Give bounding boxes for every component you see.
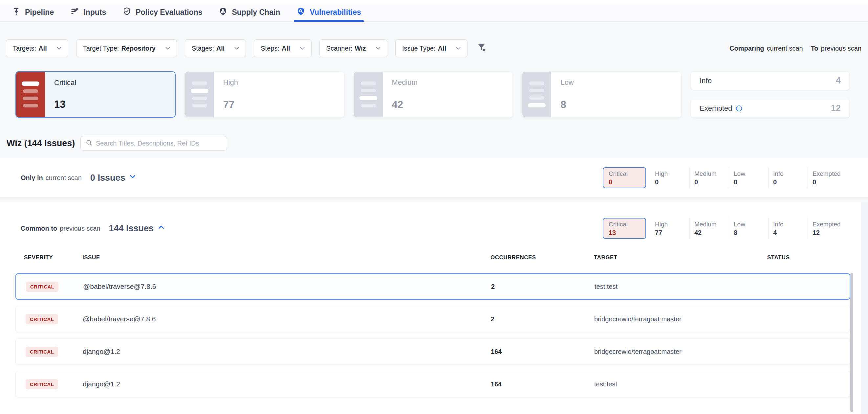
chip-critical[interactable]: Critical 13: [603, 218, 646, 239]
severity-card-info[interactable]: Info 4: [691, 71, 849, 90]
issue-cell: @babel/traverse@7.8.6: [83, 283, 491, 291]
common-section-line: Common to previous scan 144 Issues: [21, 223, 165, 234]
chip-label: High: [655, 221, 689, 228]
occurrences-cell: 2: [491, 283, 594, 291]
severity-card-medium[interactable]: Medium 42: [353, 71, 513, 118]
chip-low[interactable]: Low 8: [729, 218, 769, 239]
tab-supply-chain[interactable]: Supply Chain: [219, 3, 280, 21]
filter-label: Issue Type:: [402, 45, 436, 52]
issue-cell: @babel/traverse@7.8.6: [83, 315, 491, 323]
occurrences-cell: 2: [491, 316, 594, 323]
chevron-down-icon: [56, 45, 63, 52]
tab-pipeline[interactable]: Pipeline: [12, 3, 54, 21]
chip-label: Medium: [694, 170, 729, 177]
filter-value: All: [216, 45, 225, 52]
severity-card-exempted[interactable]: Exempted 12: [691, 99, 849, 118]
chevron-down-icon: [128, 173, 137, 183]
chip-value: 0: [773, 178, 808, 186]
filter-scanner[interactable]: Scanner:Wiz: [319, 39, 388, 57]
filter-targets[interactable]: Targets:All: [6, 39, 68, 57]
comparing-current-scan[interactable]: current scan: [767, 45, 803, 52]
side-card-label: Info: [700, 77, 712, 85]
tab-vulnerabilities[interactable]: Vulnerabilities: [297, 3, 361, 21]
column-header-status: STATUS: [767, 254, 850, 261]
search-input[interactable]: [96, 140, 222, 147]
only-in-issues-toggle[interactable]: 0 Issues: [90, 173, 137, 183]
filter-value: Wiz: [355, 45, 366, 52]
severity-card-count: 13: [54, 98, 175, 110]
severity-card-count: 42: [392, 99, 513, 111]
inputs-icon: [70, 7, 79, 18]
chip-low[interactable]: Low 0: [729, 167, 769, 188]
issues-count: 0 Issues: [90, 173, 125, 183]
chip-high[interactable]: High 0: [650, 167, 690, 188]
severity-gauge-icon: [185, 71, 214, 117]
vulnerability-shield-icon: [297, 7, 305, 18]
vulnerabilities-page: Pipeline Inputs Policy Evaluations Suppl…: [0, 0, 868, 414]
common-issues-toggle[interactable]: 144 Issues: [109, 223, 166, 234]
common-section-header: Common to previous scan 144 Issues Criti…: [0, 212, 868, 245]
filter-steps[interactable]: Steps:All: [254, 39, 311, 57]
clear-filters-button[interactable]: [476, 42, 488, 54]
filter-stages[interactable]: Stages:All: [185, 39, 246, 57]
only-in-severity-chips: Critical 0 High 0 Medium 0 Low 0 Info 0 …: [603, 167, 849, 188]
chip-label: Low: [734, 221, 768, 228]
chip-info[interactable]: Info 0: [769, 167, 808, 188]
chip-exempted[interactable]: Exempted 12: [808, 218, 849, 239]
info-exempted-column: Info 4 Exempted 12: [691, 71, 849, 118]
occurrences-cell: 164: [491, 381, 594, 388]
filter-label: Target Type:: [83, 45, 119, 52]
filter-label: Steps:: [261, 45, 279, 52]
severity-card-label: Low: [560, 78, 681, 87]
severity-card-count: 77: [223, 99, 344, 111]
side-card-count: 4: [836, 76, 841, 86]
chip-medium[interactable]: Medium 42: [690, 218, 729, 239]
section-scan: previous scan: [60, 225, 100, 232]
policy-shield-icon: [122, 7, 131, 18]
comparing-previous-scan[interactable]: previous scan: [821, 45, 862, 52]
tab-policy-evaluations[interactable]: Policy Evaluations: [122, 3, 202, 21]
filter-issue-type[interactable]: Issue Type:All: [395, 39, 467, 57]
column-header-issue: ISSUE: [83, 254, 491, 261]
chip-label: Info: [773, 221, 808, 228]
pipeline-icon: [12, 7, 21, 18]
tab-label: Vulnerabilities: [310, 8, 361, 17]
chip-label: High: [655, 170, 689, 177]
chip-medium[interactable]: Medium 0: [690, 167, 729, 188]
scan-comparison-selector: Comparing current scan To previous scan: [730, 39, 862, 57]
clear-filter-icon: [477, 43, 487, 54]
tab-label: Policy Evaluations: [135, 8, 202, 17]
chevron-down-icon: [299, 45, 306, 52]
chip-value: 0: [734, 178, 768, 186]
chip-critical[interactable]: Critical 0: [603, 167, 646, 188]
info-tooltip-icon[interactable]: [735, 105, 743, 112]
occurrences-cell: 164: [491, 348, 594, 356]
severity-card-label: Critical: [54, 79, 175, 87]
filter-label: Scanner:: [326, 45, 352, 52]
common-to-previous-scan-section: Common to previous scan 144 Issues Criti…: [0, 202, 868, 414]
severity-card-low[interactable]: Low 8: [522, 71, 682, 118]
target-cell: bridgecrewio/terragoat:master: [594, 316, 768, 323]
issues-table-body: CRITICAL @babel/traverse@7.8.6 2 test:te…: [16, 273, 850, 404]
table-row[interactable]: CRITICAL django@1.2 164 bridgecrewio/ter…: [16, 338, 850, 365]
section-prefix: Common to: [21, 225, 57, 232]
chip-value: 4: [773, 229, 808, 237]
chip-high[interactable]: High 77: [650, 218, 690, 239]
severity-card-critical[interactable]: Critical 13: [16, 71, 176, 118]
table-row[interactable]: CRITICAL django@1.2 164 test:test: [16, 371, 850, 397]
chip-info[interactable]: Info 4: [769, 218, 808, 239]
filter-target-type[interactable]: Target Type:Repository: [76, 39, 177, 57]
severity-gauge-icon: [16, 72, 45, 117]
table-row[interactable]: CRITICAL @babel/traverse@7.8.6 2 bridgec…: [16, 306, 850, 332]
table-row[interactable]: CRITICAL @babel/traverse@7.8.6 2 test:te…: [16, 273, 850, 300]
vertical-scrollbar[interactable]: [850, 273, 853, 412]
chip-value: 42: [694, 229, 729, 237]
chip-value: 77: [655, 229, 689, 237]
severity-card-high[interactable]: High 77: [185, 71, 344, 118]
chip-exempted[interactable]: Exempted 0: [808, 167, 849, 188]
side-card-count: 12: [831, 103, 841, 113]
tab-inputs[interactable]: Inputs: [70, 3, 106, 21]
severity-badge: CRITICAL: [26, 347, 58, 357]
issues-count: 144 Issues: [109, 224, 154, 234]
severity-card-label: High: [223, 78, 344, 87]
